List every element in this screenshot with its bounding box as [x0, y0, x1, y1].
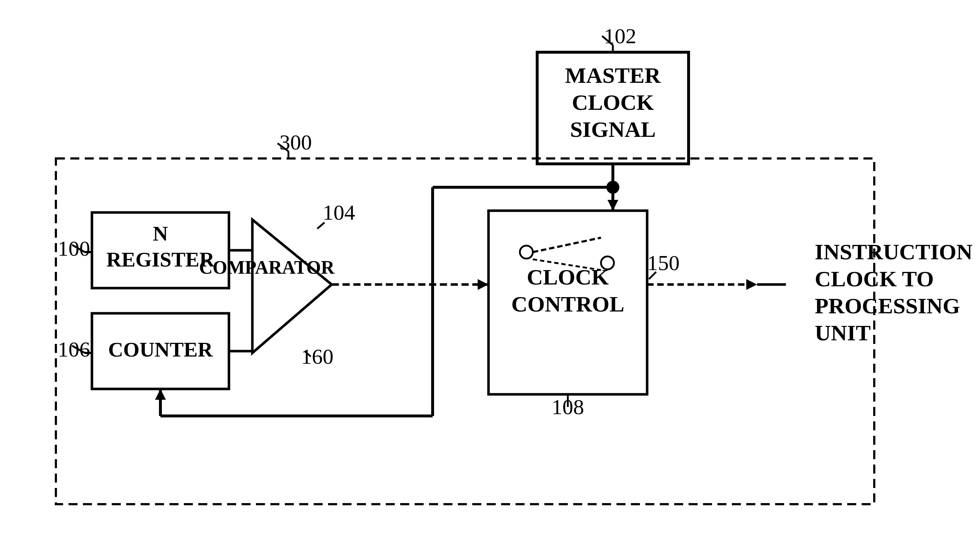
svg-marker-38: [607, 200, 618, 211]
svg-text:106: 106: [58, 337, 90, 361]
svg-text:SIGNAL: SIGNAL: [570, 117, 656, 142]
svg-marker-44: [155, 389, 166, 400]
svg-text:CLOCK TO: CLOCK TO: [815, 267, 934, 291]
svg-text:MASTER: MASTER: [565, 63, 661, 88]
svg-text:CLOCK: CLOCK: [572, 90, 654, 115]
svg-text:100: 100: [58, 237, 90, 260]
svg-marker-46: [478, 279, 488, 290]
svg-line-25: [317, 223, 325, 229]
svg-marker-22: [253, 220, 332, 353]
svg-text:102: 102: [604, 24, 636, 48]
svg-point-34: [601, 257, 614, 269]
diagram-container: MASTER CLOCK SIGNAL 102 300 N REGISTER 1…: [0, 0, 977, 560]
svg-text:CONTROL: CONTROL: [511, 292, 624, 316]
svg-text:COUNTER: COUNTER: [108, 338, 213, 361]
svg-text:REGISTER: REGISTER: [106, 248, 215, 271]
svg-text:CLOCK: CLOCK: [527, 265, 609, 289]
svg-text:PROCESSING: PROCESSING: [815, 293, 960, 318]
svg-point-33: [520, 246, 533, 258]
svg-text:COMPARATOR: COMPARATOR: [199, 257, 335, 278]
svg-text:160: 160: [301, 345, 333, 368]
svg-text:UNIT: UNIT: [815, 320, 871, 345]
svg-text:N: N: [153, 222, 168, 245]
svg-text:104: 104: [323, 201, 355, 224]
svg-text:300: 300: [279, 130, 312, 154]
svg-text:INSTRUCTION: INSTRUCTION: [815, 240, 973, 264]
svg-marker-48: [746, 279, 757, 290]
svg-text:150: 150: [647, 251, 679, 275]
